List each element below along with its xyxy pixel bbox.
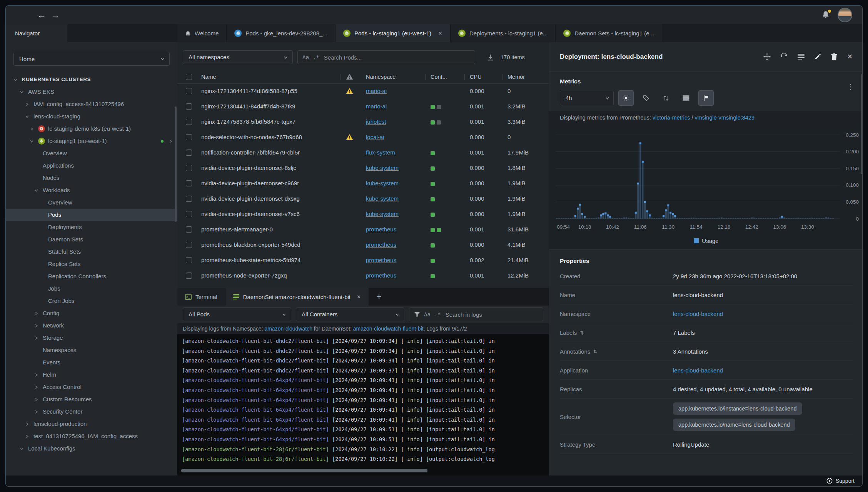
sidebar-item[interactable]: Local Kubeconfigs (6, 442, 177, 455)
logs-daemonset-link[interactable]: amazon-cloudwatch-fluent-bit (353, 326, 424, 332)
chevron-right-icon[interactable] (34, 319, 38, 332)
namespace-link[interactable]: prometheus (366, 237, 396, 253)
namespace-link[interactable]: prometheus (366, 253, 396, 268)
back-arrow-icon[interactable]: ← (35, 8, 48, 22)
filter-funnel-icon[interactable] (414, 311, 420, 317)
row-checkbox[interactable] (186, 273, 192, 279)
sidebar-item[interactable]: Cron Jobs (6, 295, 177, 307)
match-case-icon[interactable]: Aa (424, 311, 431, 317)
table-row[interactable]: nginx-1721304411-74df86f588-87p55mario-a… (177, 83, 549, 99)
column-warning-icon[interactable] (346, 73, 353, 80)
column-memory[interactable]: Memor (507, 70, 525, 83)
sort-updown-icon[interactable] (658, 90, 674, 106)
sidebar-item[interactable]: ☸lc-staging1 (eu-west-1) (6, 135, 177, 147)
chevron-down-icon[interactable] (30, 135, 34, 147)
namespace-select[interactable]: All namespaces (183, 50, 293, 64)
sidebar-item[interactable]: KUBERNETES CLUSTERS (6, 73, 177, 86)
prometheus-namespace-link[interactable]: victoria-metrics (653, 115, 690, 121)
sidebar-item[interactable]: lenscloud-production (6, 418, 177, 430)
namespace-link[interactable]: kube-system (366, 176, 399, 191)
prometheus-service-link[interactable]: vmsingle-vmsingle:8429 (695, 115, 755, 121)
chevron-right-icon[interactable] (34, 307, 38, 319)
table-row[interactable]: node-selector-with-no-nodes-767b9d68loca… (177, 130, 549, 145)
download-icon[interactable] (487, 54, 494, 61)
app-tab[interactable]: Welcome (177, 24, 227, 42)
sidebar-item[interactable]: Applications (6, 160, 177, 172)
namespace-link[interactable]: mario-ai (366, 99, 387, 114)
table-row[interactable]: prometheus-node-exporter-7zgxqprometheus… (177, 268, 549, 283)
property-value-link[interactable]: lens-cloud-backend (673, 367, 853, 374)
row-checkbox[interactable] (186, 211, 192, 217)
sidebar-item[interactable]: Helm (6, 369, 177, 381)
namespace-link[interactable]: kube-system (366, 206, 399, 222)
close-tab-icon[interactable]: ✕ (438, 30, 442, 36)
logs-lines-icon[interactable] (798, 54, 805, 60)
table-row[interactable]: nvidia-device-plugin-daemonset-v7sc6kube… (177, 206, 549, 222)
sidebar-item[interactable]: Events (6, 356, 177, 369)
cpu-usage-chart[interactable]: 00.0500.1000.1500.2000.25009:5410:1810:4… (549, 126, 863, 234)
forward-arrow-icon[interactable]: → (49, 8, 62, 22)
sidebar-item[interactable]: Namespaces (6, 344, 177, 356)
sidebar-item[interactable]: test_841310725496_IAM_config_access (6, 430, 177, 442)
chevron-right-icon[interactable] (25, 418, 29, 430)
sidebar-item[interactable]: Daemon Sets (6, 233, 177, 246)
chevron-down-icon[interactable] (13, 73, 18, 86)
sidebar-item[interactable]: AWS EKS (6, 86, 177, 98)
sidebar-item[interactable]: Stateful Sets (6, 246, 177, 258)
app-tab[interactable]: ☸Pods - gke_lens-dev-298208_... (227, 24, 336, 42)
chevron-right-icon[interactable] (169, 135, 173, 147)
sidebar-item[interactable]: Config (6, 307, 177, 319)
chevron-right-icon[interactable] (34, 406, 38, 418)
sidebar-item[interactable]: Nodes (6, 172, 177, 184)
row-checkbox[interactable] (186, 180, 192, 186)
regex-icon[interactable]: .* (313, 54, 319, 60)
namespace-link[interactable]: kube-system (366, 191, 399, 206)
namespace-link[interactable]: juhotest (366, 114, 386, 130)
stacked-rows-icon[interactable] (678, 90, 694, 106)
chevron-down-icon[interactable] (20, 86, 24, 98)
row-checkbox[interactable] (186, 257, 192, 263)
refresh-icon[interactable] (781, 53, 788, 60)
chevron-right-icon[interactable] (25, 430, 29, 442)
row-checkbox[interactable] (186, 88, 192, 94)
user-avatar[interactable] (838, 8, 852, 22)
sidebar-item[interactable]: Overview (6, 147, 177, 160)
table-row[interactable]: nvidia-device-plugin-daemonset-dxsxgkube… (177, 191, 549, 206)
sort-updown-icon[interactable] (580, 330, 584, 335)
sidebar-item[interactable]: Replica Sets (6, 258, 177, 270)
row-checkbox[interactable] (186, 103, 192, 110)
table-row[interactable]: prometheus-blackbox-exporter-549dcdprome… (177, 237, 549, 253)
catalog-select[interactable]: Home (13, 52, 170, 66)
sidebar-item[interactable]: Pods (6, 209, 177, 221)
sidebar-scrollbar[interactable] (175, 106, 177, 222)
sidebar-item[interactable]: Replication Controllers (6, 270, 177, 283)
chevron-down-icon[interactable] (25, 110, 29, 123)
chevron-right-icon[interactable] (34, 369, 38, 381)
pod-filter-select[interactable]: All Pods (183, 308, 291, 321)
sidebar-item[interactable]: Deployments (6, 221, 177, 233)
move-icon[interactable] (763, 53, 771, 60)
logs-search-input[interactable] (445, 311, 538, 318)
dock-tab[interactable]: DaemonSet amazon-cloudwatch-fluent-bit✕ (225, 288, 369, 306)
chevron-right-icon[interactable] (34, 332, 38, 344)
chevron-down-icon[interactable] (34, 184, 38, 196)
support-link[interactable]: Support (836, 478, 855, 484)
sidebar-item[interactable]: Workloads (6, 184, 177, 196)
table-row[interactable]: prometheus-alertmanager-0prometheus0.001… (177, 222, 549, 237)
sidebar-item[interactable]: ☸lc-staging-demo-k8s (eu-west-1) (6, 123, 177, 135)
logs-namespace-link[interactable]: amazon-cloudwatch (264, 326, 312, 332)
column-cpu[interactable]: CPU (470, 70, 482, 83)
namespace-link[interactable]: kube-system (366, 160, 399, 176)
row-checkbox[interactable] (186, 226, 192, 233)
namespace-link[interactable]: local-ai (366, 130, 384, 145)
sidebar-item[interactable]: Access Control (6, 381, 177, 393)
column-containers[interactable]: Cont... (431, 70, 447, 83)
close-icon[interactable]: ✕ (847, 53, 853, 61)
pods-search-input[interactable] (323, 54, 470, 61)
chevron-down-icon[interactable] (20, 442, 24, 455)
select-all-checkbox[interactable] (186, 74, 192, 80)
sidebar-item[interactable]: Storage (6, 332, 177, 344)
sidebar-item[interactable]: Jobs (6, 283, 177, 295)
namespace-link[interactable]: mario-ai (366, 83, 387, 99)
flag-icon[interactable] (698, 90, 714, 106)
